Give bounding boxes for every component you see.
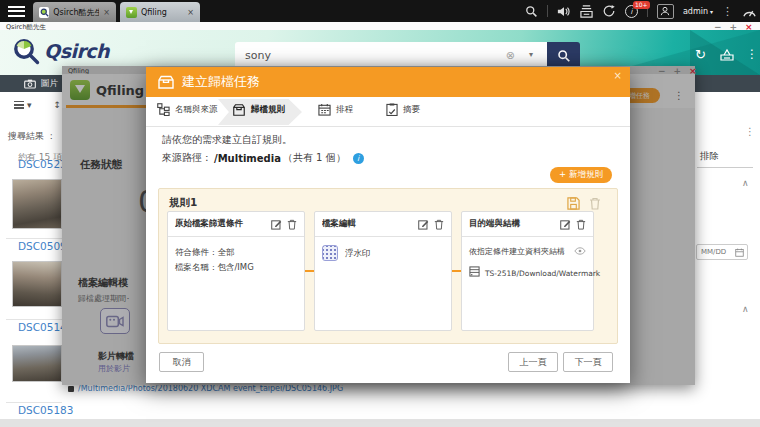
destination-card: 目的端與結構 依指定條件建立資料夾結構 TS-251B/Download/Wat… [461,211,594,331]
cancel-button[interactable]: 取消 [159,352,204,372]
screen: Qsirch酷先生 × Qfiling × i 10+ [0,0,760,427]
sort-icon: ↕ [54,100,62,110]
source-path-row: 來源路徑： /Multimedia （共有 1 個） i [162,151,364,165]
tab-label: Qsirch酷先生 [53,7,99,18]
divider [6,319,62,320]
result-thumbnail[interactable] [12,261,62,307]
info-icon[interactable]: i [353,153,364,164]
flow-connector [452,270,461,272]
result-file-path-link[interactable]: /Multimedia/Photos/20180620 XDCAM event_… [78,384,343,393]
volume-icon[interactable] [557,5,571,18]
search-options-caret-icon[interactable]: ▾ [529,50,533,59]
step-archive-rules[interactable]: 歸檔規則 [232,103,285,117]
divider [6,402,62,403]
search-icon [557,49,571,63]
divider [697,167,753,168]
taskbar-tab-qsirch[interactable]: Qsirch酷先生 × [33,2,116,22]
close-tab-icon[interactable]: × [103,8,110,17]
panel-options-icon[interactable]: ⋮ [745,126,755,137]
edit-icon[interactable] [560,215,571,234]
result-thumbnail[interactable] [12,179,62,229]
result-link[interactable]: DSC05183 [18,404,73,416]
result-path-row: /Multimedia/Photos/20180620 XDCAM event_… [68,384,343,393]
qsirch-app-icon [39,7,49,18]
trash-icon[interactable] [287,215,297,234]
qsirch-logo: Qsirch [12,37,109,65]
date-filter-field [696,244,748,260]
card-title: 檔案編輯 [322,218,413,230]
close-dialog-icon[interactable]: × [614,70,622,81]
index-status-icon[interactable] [720,46,734,65]
add-rule-button[interactable]: + 新增規則 [550,167,612,183]
filter-filename-line: 檔案名稱：包含/IMG [175,260,297,275]
list-view-icon [14,101,24,109]
rule-panel: 規則1 原始檔案篩選條件 符合條件：全部 檔案名稱：包含/IMG [158,188,618,344]
collapse-section-icon[interactable]: ∧ [742,178,749,188]
clear-search-icon[interactable]: ⊗ [506,49,515,62]
step-summary[interactable]: 摘要 [386,103,420,116]
watermark-label: 浮水印 [345,246,371,261]
result-thumbnail[interactable] [12,345,62,382]
instruction-text: 請依您的需求建立自訂規則。 [162,133,292,147]
qsirch-brand-text: Qsirch [44,40,109,62]
qsirch-titlebar[interactable]: Qsirch酷先生 − + × [0,22,760,30]
preview-eye-icon[interactable] [574,245,586,260]
notification-badge: 10+ [633,1,650,9]
destination-structure-text: 依指定條件建立資料夾結構 [469,245,570,259]
wizard-steps: 名稱與來源 歸檔規則 排程 摘要 [146,97,630,127]
notifications[interactable]: i 10+ [625,5,638,18]
magnifier-logo-icon [12,37,40,65]
search-icon[interactable] [525,5,538,18]
collapse-section-icon[interactable]: ∧ [742,304,749,314]
close-tab-icon[interactable]: × [187,8,194,17]
edit-icon[interactable] [418,215,429,234]
source-path-label: 來源路徑： [162,151,212,165]
search-input[interactable] [235,42,547,69]
step-schedule[interactable]: 排程 [318,103,353,116]
caret-down-icon: ▾ [27,100,32,110]
dashboard-gauge-icon[interactable] [742,5,757,18]
qfiling-app-icon [126,7,137,18]
next-page-button[interactable]: 下一頁 [563,352,613,372]
view-mode-button[interactable]: ▾ [14,100,32,110]
file-type-icon [68,386,74,392]
more-options-icon[interactable]: ⋮ [722,6,733,17]
user-icon[interactable] [657,4,674,19]
dialog-title: 建立歸檔任務 [182,73,260,91]
trash-icon[interactable] [434,215,444,234]
divider [6,238,62,239]
user-menu[interactable]: admin ▾ [683,7,713,16]
archive-rules-icon [232,103,246,117]
taskbar-right-icons: i 10+ admin ▾ ⋮ [525,0,757,22]
user-name: admin [683,7,708,16]
search-box: ⊗ ▾ [235,42,547,69]
taskbar-tab-qfiling[interactable]: Qfiling × [120,2,200,22]
background-tasks-icon[interactable] [580,5,593,18]
nas-icon [469,266,480,282]
filter-criteria-card: 原始檔案篩選條件 符合條件：全部 檔案名稱：包含/IMG [167,211,305,331]
taskbar: Qsirch酷先生 × Qfiling × i 10+ [0,0,760,22]
more-options-icon[interactable]: ⋮ [746,47,758,61]
tab-images[interactable]: 圖片 [41,78,58,90]
chevron-down-icon: ▾ [710,8,713,15]
date-input[interactable] [697,245,735,259]
step-name-source[interactable]: 名稱與來源 [157,103,218,116]
edit-icon[interactable] [271,215,282,234]
calendar-icon [318,103,331,116]
search-button[interactable] [547,42,580,69]
source-tree-icon [157,103,170,116]
source-path-value: /Multimedia [214,153,281,164]
archive-box-icon [158,75,174,89]
main-menu-icon[interactable] [8,6,25,17]
sync-icon[interactable] [602,4,616,18]
trash-icon[interactable] [576,215,586,234]
refresh-icon[interactable]: ↻ [695,47,706,62]
source-path-count: （共有 1 個） [283,151,346,165]
divider [547,5,548,17]
previous-page-button[interactable]: 上一頁 [508,352,558,372]
watermark-icon [322,245,338,261]
card-title: 原始檔案篩選條件 [175,218,266,230]
camera-icon [24,79,36,89]
results-label: 搜尋結果 ： [8,130,56,143]
calendar-icon[interactable] [735,248,744,257]
